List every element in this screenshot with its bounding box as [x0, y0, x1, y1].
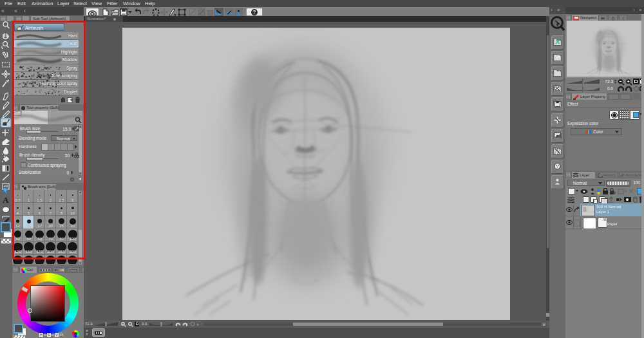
svg-text:A: A: [3, 195, 9, 205]
